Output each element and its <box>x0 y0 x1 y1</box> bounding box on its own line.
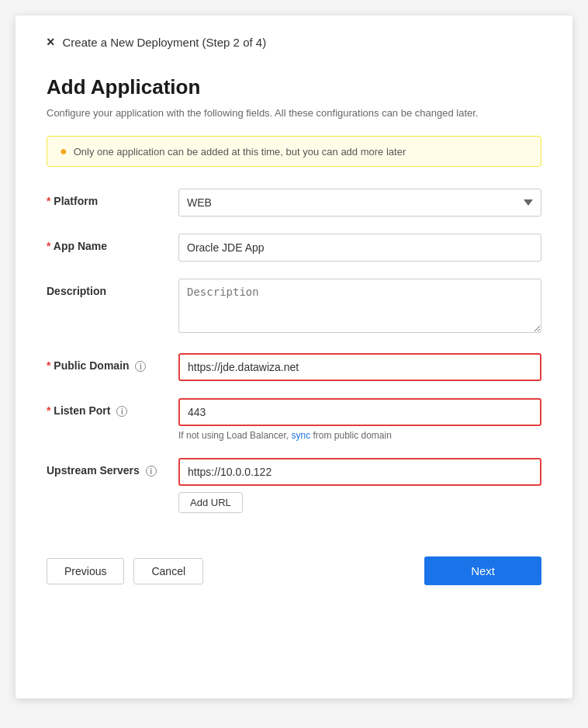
upstream-servers-info-icon[interactable]: i <box>146 466 157 477</box>
public-domain-row: Public Domain i <box>47 353 541 381</box>
page-title: Add Application <box>47 75 541 99</box>
platform-row: Platform WEB MOBILE DESKTOP <box>47 189 541 217</box>
info-banner-text: Only one application can be added at thi… <box>74 146 406 158</box>
cancel-button[interactable]: Cancel <box>133 558 203 584</box>
upstream-servers-input[interactable] <box>178 458 541 486</box>
footer-actions: Previous Cancel Next <box>47 544 541 585</box>
listen-port-label: Listen Port i <box>47 398 178 417</box>
add-url-button[interactable]: Add URL <box>178 492 243 513</box>
listen-port-row: Listen Port i If not using Load Balancer… <box>47 398 541 441</box>
public-domain-control <box>178 353 541 381</box>
app-name-control <box>178 234 541 262</box>
description-textarea[interactable] <box>178 279 541 333</box>
section-subtitle: Configure your application with the foll… <box>47 107 541 119</box>
modal-header: × Create a New Deployment (Step 2 of 4) <box>47 34 541 50</box>
description-control <box>178 279 541 336</box>
public-domain-input[interactable] <box>178 353 541 381</box>
info-banner: ● Only one application can be added at t… <box>47 136 541 167</box>
modal-container: × Create a New Deployment (Step 2 of 4) … <box>16 16 572 699</box>
upstream-servers-row: Upstream Servers i Add URL <box>47 458 541 513</box>
upstream-servers-label: Upstream Servers i <box>47 458 178 477</box>
listen-port-input[interactable] <box>178 398 541 426</box>
listen-port-hint: If not using Load Balancer, sync from pu… <box>178 430 541 441</box>
app-name-row: App Name <box>47 234 541 262</box>
description-label: Description <box>47 279 178 297</box>
platform-control: WEB MOBILE DESKTOP <box>178 189 541 217</box>
modal-title: Create a New Deployment (Step 2 of 4) <box>63 36 267 49</box>
footer-left: Previous Cancel <box>47 558 203 584</box>
sync-link[interactable]: sync <box>291 430 310 441</box>
previous-button[interactable]: Previous <box>47 558 124 584</box>
listen-port-control: If not using Load Balancer, sync from pu… <box>178 398 541 441</box>
public-domain-info-icon[interactable]: i <box>135 361 146 372</box>
next-button[interactable]: Next <box>424 556 541 585</box>
upstream-servers-control: Add URL <box>178 458 541 513</box>
app-name-input[interactable] <box>178 234 541 262</box>
public-domain-label: Public Domain i <box>47 353 178 372</box>
close-icon[interactable]: × <box>47 34 55 50</box>
platform-select[interactable]: WEB MOBILE DESKTOP <box>178 189 541 217</box>
description-row: Description <box>47 279 541 336</box>
platform-label: Platform <box>47 189 178 207</box>
listen-port-info-icon[interactable]: i <box>116 406 127 417</box>
info-banner-icon: ● <box>60 144 67 158</box>
app-name-label: App Name <box>47 234 178 252</box>
